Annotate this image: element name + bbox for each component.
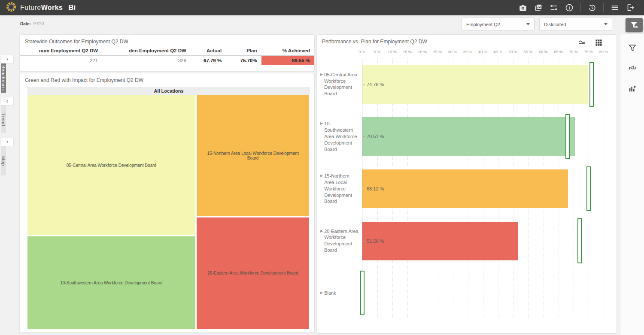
- axis-tick-label: 35 %: [463, 50, 472, 54]
- report-icon[interactable]: [546, 2, 562, 13]
- history-icon[interactable]: [584, 2, 600, 13]
- table-header-cell: Actual: [191, 46, 226, 56]
- bar-card-toolbar: [578, 39, 603, 48]
- axis-tick-label: 0 %: [358, 50, 365, 54]
- category-label: ▶Blank: [320, 290, 359, 296]
- category-label-text[interactable]: 05-Central Area Workforce Development Bo…: [324, 72, 359, 97]
- expand-arrow-icon[interactable]: ▶: [320, 290, 323, 296]
- expand-arrow-icon[interactable]: ▶: [320, 173, 323, 179]
- population-select-value: Dislocated: [544, 22, 566, 27]
- camera-icon[interactable]: [515, 2, 531, 13]
- clear-filter-button[interactable]: [626, 18, 643, 32]
- filter-icon[interactable]: [627, 43, 638, 53]
- chevron-right-icon[interactable]: ›: [1, 55, 14, 63]
- axis-tick-label: 20 %: [418, 50, 427, 54]
- measure-select-value: Employment Q2: [466, 22, 500, 27]
- logout-icon[interactable]: [623, 2, 638, 13]
- date-label: Date:: [20, 21, 31, 26]
- treemap-cell[interactable]: 20-Eastern Area Workforce Development Bo…: [197, 217, 309, 329]
- info-icon[interactable]: [562, 2, 577, 13]
- category-label-text[interactable]: 10-Southwestern Area Workforce Developme…: [324, 121, 359, 152]
- treemap-group-header: All Locations: [27, 87, 310, 95]
- bar-chart-row: ▶05-Central Area Workforce Development B…: [362, 58, 604, 111]
- table-header-cell: Plan: [226, 46, 261, 56]
- bar-chart-row: ▶20-Eastern Area Workforce Development B…: [362, 215, 604, 267]
- chevron-left-icon[interactable]: ‹: [1, 97, 14, 106]
- category-label-text[interactable]: 15-Northern Area Local Workforce Develop…: [324, 173, 359, 205]
- sidebar-tab-trend: ‹ Trend: [1, 97, 14, 133]
- axis-tick-label: 30 %: [448, 50, 457, 54]
- date-value: PY20: [33, 21, 44, 26]
- brand-bi: Bi: [68, 3, 76, 12]
- tab-benchmark[interactable]: Benchmark: [1, 63, 6, 93]
- table-cell: 67.79 %: [191, 56, 226, 66]
- actual-bar[interactable]: [362, 169, 568, 208]
- bar-chart-row: ▶10-Southwestern Area Workforce Developm…: [362, 111, 604, 163]
- statewide-outcomes-card: Statewide Outcomes for Employment Q2 DW …: [19, 34, 315, 71]
- treemap: 05-Central Area Workforce Development Bo…: [27, 95, 310, 330]
- bar-card-title: Performance vs. Plan for Employment Q2 D…: [322, 39, 427, 45]
- filter-x-icon: [629, 21, 639, 30]
- bar-chart-up-icon[interactable]: [627, 83, 638, 94]
- treemap-cell[interactable]: 05-Central Area Workforce Development Bo…: [27, 95, 195, 235]
- table-cell: 89.55 %: [261, 56, 315, 66]
- measure-select[interactable]: Employment Q2: [462, 18, 535, 31]
- axis-tick-label: 75 %: [584, 50, 593, 54]
- brand-name: FutureWorks: [20, 4, 63, 12]
- axis-tick-label: 50 %: [509, 50, 518, 54]
- chevron-left-icon[interactable]: ‹: [1, 138, 14, 146]
- actual-bar[interactable]: [362, 117, 575, 156]
- plan-target-marker: [565, 114, 570, 159]
- chart-view-icon[interactable]: [578, 39, 586, 48]
- bar-chart-plot-area: ▶05-Central Area Workforce Development B…: [362, 58, 604, 319]
- table-cell: 221: [20, 56, 102, 66]
- date-filter: Date: PY20: [20, 21, 44, 26]
- gridline: [604, 58, 604, 319]
- value-label: 51.56 %: [367, 238, 384, 244]
- plan-target-marker: [586, 166, 591, 211]
- topbar-divider: [603, 3, 604, 12]
- expand-arrow-icon[interactable]: ▶: [320, 72, 323, 78]
- value-label: 74.78 %: [367, 82, 384, 87]
- menu-icon[interactable]: [607, 2, 623, 13]
- treemap-cell-label: 15-Northern Area Local Workforce Develop…: [197, 151, 309, 160]
- plan-target-marker: [589, 62, 594, 107]
- axis-tick-label: 15 %: [403, 50, 412, 54]
- tab-trend[interactable]: Trend: [1, 106, 6, 133]
- expand-arrow-icon[interactable]: ▶: [320, 228, 323, 234]
- topbar: FutureWorks Bi: [0, 0, 644, 15]
- outcomes-table: num Employment Q2 DWden Employment Q2 DW…: [20, 46, 314, 65]
- performance-bar-card: Performance vs. Plan for Employment Q2 D…: [316, 34, 617, 333]
- population-select[interactable]: Dislocated: [539, 18, 612, 31]
- gallery-icon[interactable]: [531, 2, 546, 13]
- axis-tick-label: 55 %: [524, 50, 533, 54]
- value-label: 70.51 %: [367, 134, 384, 139]
- axis-tick-label: 10 %: [388, 50, 397, 54]
- treemap-cell[interactable]: 10-Southwestern Area Workforce Developme…: [27, 236, 195, 329]
- bar-chart-row: ▶15-Northern Area Local Workforce Develo…: [362, 163, 604, 215]
- treemap-cell-label: 10-Southwestern Area Workforce Developme…: [56, 281, 167, 285]
- axis-tick-label: 25 %: [433, 50, 442, 54]
- value-tick: [363, 189, 365, 189]
- dashboard: FutureWorks Bi: [0, 0, 644, 335]
- tab-map[interactable]: Map: [1, 146, 6, 175]
- actual-bar[interactable]: [362, 222, 518, 260]
- topbar-divider: [580, 3, 581, 12]
- axis-tick-label: 70 %: [569, 50, 578, 54]
- table-view-icon[interactable]: [595, 39, 603, 48]
- category-label-text[interactable]: Blank: [324, 290, 336, 296]
- rotate-layout-icon[interactable]: [627, 63, 638, 73]
- chevron-down-icon: [526, 23, 530, 25]
- treemap-cell[interactable]: 15-Northern Area Local Workforce Develop…: [197, 95, 309, 216]
- category-label-text[interactable]: 20-Eastern Area Workforce Development Bo…: [324, 228, 359, 254]
- actual-bar[interactable]: [362, 65, 588, 104]
- value-tick: [363, 85, 365, 85]
- table-cell: 75.70%: [226, 56, 261, 66]
- sidebar-tab-benchmark: › Benchmark: [1, 55, 14, 93]
- plan-target-marker: [577, 218, 582, 263]
- expand-arrow-icon[interactable]: ▶: [320, 121, 323, 127]
- category-label: ▶15-Northern Area Local Workforce Develo…: [320, 173, 359, 205]
- bar-chart-row: ▶Blank: [362, 267, 604, 319]
- value-label: 68.12 %: [367, 186, 384, 191]
- table-cell: 326: [102, 56, 191, 66]
